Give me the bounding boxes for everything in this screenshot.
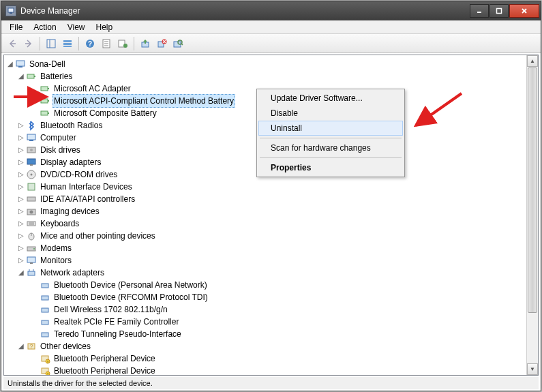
ide-icon — [26, 194, 37, 205]
nav-back-button[interactable] — [5, 36, 20, 51]
tree-category[interactable]: ▷Keyboards — [5, 217, 537, 230]
tree-label: Bluetooth Device (Personal Area Network) — [52, 279, 209, 291]
tree-label: Disk drives — [39, 144, 82, 156]
svg-rect-64 — [42, 320, 48, 325]
battery-icon — [40, 95, 50, 106]
properties-button[interactable] — [99, 36, 114, 51]
battery-icon — [40, 108, 50, 119]
svg-text:?: ? — [29, 343, 33, 350]
tree-label: Network adapters — [39, 267, 106, 279]
window-title: Device Manager — [20, 6, 469, 16]
tree-item[interactable]: ▸Dell Wireless 1702 802.11b/g/n — [5, 303, 537, 316]
tree-label: Other devices — [39, 340, 92, 352]
scroll-thumb[interactable] — [528, 67, 537, 313]
tree-label: Bluetooth Peripheral Device — [52, 365, 157, 375]
tree-category[interactable]: ▷Modems — [5, 242, 537, 254]
menu-bar: File Action View Help — [1, 20, 541, 34]
keyboard-icon — [26, 218, 37, 229]
tree-label: Teredo Tunneling Pseudo-Interface — [52, 328, 183, 340]
tree-category[interactable]: ▷Monitors — [5, 254, 537, 267]
svg-rect-34 — [48, 100, 49, 102]
tree-label: Microsoft ACPI-Compliant Control Method … — [52, 94, 235, 108]
show-hide-tree-button[interactable] — [44, 36, 59, 51]
tree-label: Realtek PCIe FE Family Controller — [52, 316, 180, 328]
minimize-button[interactable] — [470, 4, 489, 18]
vertical-scrollbar[interactable]: ▲ ▼ — [526, 55, 538, 375]
dvd-icon — [26, 169, 37, 180]
svg-rect-1 — [10, 12, 12, 14]
svg-rect-0 — [8, 8, 14, 12]
tree-category[interactable]: ▷Human Interface Devices — [5, 181, 537, 193]
tree-category[interactable]: ▷Mice and other pointing devices — [5, 230, 537, 242]
svg-rect-46 — [27, 197, 35, 201]
tree-root[interactable]: ◢ Sona-Dell — [5, 58, 537, 70]
tree-item[interactable]: ▸Bluetooth Device (Personal Area Network… — [5, 279, 537, 291]
battery-icon — [40, 83, 50, 94]
view-mode-button[interactable] — [60, 36, 75, 51]
ctx-scan[interactable]: Scan for hardware changes — [258, 140, 403, 155]
hid-icon — [26, 181, 37, 192]
svg-rect-37 — [27, 134, 35, 140]
svg-rect-61 — [42, 284, 48, 288]
tree-item[interactable]: ▸Bluetooth Device (RFCOMM Protocol TDI) — [5, 291, 537, 303]
tree-label: IDE ATA/ATAPI controllers — [39, 193, 136, 205]
svg-rect-6 — [47, 40, 55, 48]
tree-category[interactable]: ▷IDE ATA/ATAPI controllers — [5, 193, 537, 205]
scroll-up-button[interactable]: ▲ — [527, 55, 538, 67]
tree-label: Bluetooth Radios — [39, 119, 104, 132]
display-icon — [26, 157, 37, 168]
status-text: Uninstalls the driver for the selected d… — [7, 379, 153, 387]
tree-label: Bluetooth Device (RFCOMM Protocol TDI) — [52, 291, 209, 303]
svg-point-40 — [30, 149, 33, 151]
menu-help[interactable]: Help — [91, 21, 119, 33]
uninstall-button[interactable] — [154, 36, 169, 51]
svg-rect-33 — [41, 99, 48, 103]
tree-category-other[interactable]: ◢?Other devices — [5, 340, 537, 352]
nav-forward-button[interactable] — [21, 36, 36, 51]
ctx-separator — [260, 138, 402, 138]
svg-rect-30 — [34, 76, 35, 77]
window-controls — [469, 4, 539, 18]
tree-category[interactable]: ▷Imaging devices — [5, 205, 537, 217]
tree-item[interactable]: ▸!Bluetooth Peripheral Device — [5, 352, 537, 365]
help-button[interactable]: ? — [82, 36, 97, 51]
maximize-button[interactable] — [490, 4, 509, 18]
tree-label: Monitors — [39, 254, 73, 267]
menu-file[interactable]: File — [4, 21, 28, 33]
tree-item[interactable]: ▸Teredo Tunneling Pseudo-Interface — [5, 328, 537, 340]
ctx-update-driver[interactable]: Update Driver Software... — [258, 91, 403, 106]
network-icon — [40, 316, 50, 327]
svg-rect-29 — [27, 74, 34, 78]
menu-view[interactable]: View — [62, 21, 91, 33]
bluetooth-icon — [26, 120, 37, 131]
action-button[interactable] — [115, 36, 130, 51]
scroll-down-button[interactable]: ▼ — [527, 363, 538, 375]
scan-hardware-button[interactable] — [170, 36, 185, 51]
tree-item[interactable]: ▸!Bluetooth Peripheral Device — [5, 365, 537, 375]
tree-category-network[interactable]: ◢Network adapters — [5, 267, 537, 279]
svg-rect-62 — [42, 296, 48, 300]
svg-rect-27 — [16, 61, 25, 66]
svg-rect-57 — [30, 262, 33, 264]
tree-category-batteries[interactable]: ◢ Batteries — [5, 70, 537, 82]
tree-label: Display adapters — [39, 156, 102, 168]
menu-action[interactable]: Action — [28, 21, 61, 33]
tree-label: Batteries — [39, 70, 74, 82]
ctx-uninstall[interactable]: Uninstall — [258, 121, 403, 136]
context-menu: Update Driver Software... Disable Uninst… — [256, 89, 405, 177]
device-manager-window: Device Manager File Action View Help ? ◢ — [1, 1, 541, 391]
update-driver-button[interactable] — [138, 36, 153, 51]
svg-rect-42 — [30, 164, 33, 166]
svg-rect-56 — [27, 257, 35, 262]
svg-rect-32 — [48, 88, 49, 89]
tree-label: Dell Wireless 1702 802.11b/g/n — [52, 303, 169, 316]
tree-label: Modems — [39, 242, 73, 254]
network-icon — [26, 267, 37, 278]
close-button[interactable] — [509, 4, 539, 18]
ctx-properties[interactable]: Properties — [258, 160, 403, 175]
unknown-device-icon: ! — [40, 365, 50, 375]
ctx-disable[interactable]: Disable — [258, 106, 403, 121]
svg-point-48 — [30, 211, 33, 214]
tree-item[interactable]: ▸Realtek PCIe FE Family Controller — [5, 316, 537, 328]
computer-icon — [15, 59, 26, 70]
